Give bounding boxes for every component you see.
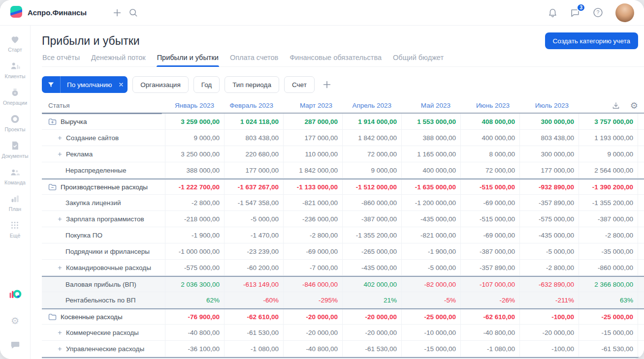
value-cell: -60% [224,292,283,308]
folder-icon [48,313,57,321]
sidebar-item-projects[interactable]: Проекты [1,113,28,132]
sidebar-item-documents[interactable]: Документы [1,140,28,159]
value-cell: 63% [579,292,638,308]
value-cell: -1 080,00 [460,341,519,357]
tab-cash-flow[interactable]: Денежный поток [91,54,146,66]
column-header-month: Март 2023 [283,102,342,109]
value-cell: -25 000,00 [401,309,460,324]
row-label: Выручка [61,118,87,125]
value-cell: -1 200 000,00 [401,195,460,210]
table-row-overflow [638,130,644,146]
value-cell: -1 900,00 [401,243,460,259]
sidebar-item-label: Проекты [4,126,25,132]
value-cell: -1 355 200,00 [342,227,401,243]
value-cell: -20 000,00 [283,309,342,324]
row-label-cell[interactable]: Косвенные расходы [42,309,165,324]
row-label-cell[interactable]: Выручка [42,114,165,129]
app-window: Аспро.Финансы 3 ? СтартКлиентыОперации [0,0,644,359]
value-cell: -387 000,00 [460,243,519,259]
remove-filter-icon[interactable] [115,76,128,93]
filter-period-type-button[interactable]: Тип периода [225,76,279,93]
value-cell: -76 900,00 [165,309,224,324]
messages-button[interactable]: 3 [567,5,583,21]
folder-minus-icon [48,183,57,191]
row-label-cell[interactable]: Командировочные расходы [42,260,165,275]
row-label-cell[interactable]: Нераспределенные [42,162,165,178]
avatar[interactable] [615,3,634,22]
tab-all-reports[interactable]: Все отчёты [42,54,80,66]
row-label-cell[interactable]: Создание сайтов [42,130,165,146]
filter-account-button[interactable]: Счет [284,76,315,93]
sidebar-item-operations[interactable]: Операции [1,87,28,106]
sidebar-item-clients[interactable]: Клиенты [1,60,28,79]
download-icon[interactable] [612,101,620,110]
tab-liabilities[interactable]: Финансовые обязательства [289,54,382,66]
row-label-cell[interactable]: Покупка ПО [42,227,165,243]
create-category-button[interactable]: Создать категорию учета [545,32,638,49]
tab-invoices[interactable]: Оплата счетов [229,54,279,66]
table-row: Рентабельность по ВП62%-60%-295%21%-5%-2… [42,292,644,308]
table-row: Косвенные расходы-76 900,00-62 610,00-20… [42,308,644,325]
notifications-button[interactable] [545,5,560,21]
value-cell: -26% [460,292,519,308]
value-cell: -1 635 000,00 [401,180,460,194]
quick-create-button[interactable] [109,5,125,21]
sidebar-item-more[interactable]: Ещё [1,219,28,239]
tab-pnl[interactable]: Прибыли и убытки [157,54,219,66]
value-cell: 400 000,00 [401,162,460,178]
value-cell: -69 000,00 [283,243,342,259]
row-label-cell[interactable]: Коммерческие расходы [42,325,165,340]
sidebar-item-plan[interactable]: План [1,193,28,212]
row-label-cell[interactable]: Подрядчики и фрилансеры [42,243,165,259]
value-cell: -5 000,00 [519,243,579,259]
value-cell: 8 000,00 [460,146,519,162]
row-label-cell[interactable]: Зарплата программистов [42,211,165,227]
filter-organization-button[interactable]: Организация [132,76,188,93]
table-row-overflow [638,180,644,194]
donut-icon [9,113,21,125]
active-filter-chip[interactable]: По умолчанию [42,76,128,93]
search-button[interactable] [125,5,141,21]
add-filter-button[interactable] [322,79,332,90]
sidebar-item-label: Клиенты [4,73,25,79]
value-cell: 1 842 000,00 [283,162,342,178]
value-cell: -632 890,00 [519,277,579,292]
settings-icon[interactable]: ⚙ [11,316,19,326]
row-label: Управленческие расходы [66,345,144,353]
value-cell: -20 000,00 [342,309,401,324]
page-title: Прибыли и убытки [42,34,140,48]
value-cell: -218 000,00 [165,211,224,227]
value-cell: -236 000,00 [283,211,342,227]
filter-year-button[interactable]: Год [193,76,220,93]
row-label-cell[interactable]: Валовая прибыль (ВП) [42,277,165,292]
value-cell: 177 000,00 [224,162,283,178]
messages-badge: 3 [577,3,585,12]
aspro-logo-icon[interactable] [9,289,22,302]
row-label-cell[interactable]: Реклама [42,146,165,162]
value-cell: 300 000,00 [519,146,579,162]
dots-icon [9,219,20,231]
value-cell: -295% [283,292,342,308]
feedback-icon[interactable] [10,339,21,352]
value-cell: -1 512 000,00 [342,180,401,194]
value-cell: -25 000,00 [579,309,638,324]
sidebar-item-start[interactable]: Старт [1,33,28,53]
row-label-cell[interactable]: Рентабельность по ВП [42,292,165,308]
value-cell: -107 000,00 [460,277,519,292]
sidebar-item-label: Старт [8,47,22,53]
doc-icon [9,140,21,151]
table-row: Реклама3 250 000,00220 680,00110 000,007… [42,146,644,162]
help-button[interactable]: ? [590,5,606,21]
table-settings-icon[interactable]: ⚙ [630,101,638,110]
row-label-cell[interactable]: Закупка лицензий [42,195,165,210]
value-cell: 3 259 000,00 [165,114,224,129]
sidebar-item-team[interactable]: Команда [1,166,28,185]
value-cell: -846 000,00 [283,277,342,292]
value-cell: 1 842 000,00 [342,130,401,146]
tab-budget[interactable]: Общий бюджет [392,54,444,66]
table-row-overflow [638,146,644,162]
row-label-cell[interactable]: Производственные расходы [42,180,165,194]
row-label-cell[interactable]: Управленческие расходы [42,341,165,357]
expand-icon [57,135,63,141]
value-cell: 220 680,00 [224,146,283,162]
